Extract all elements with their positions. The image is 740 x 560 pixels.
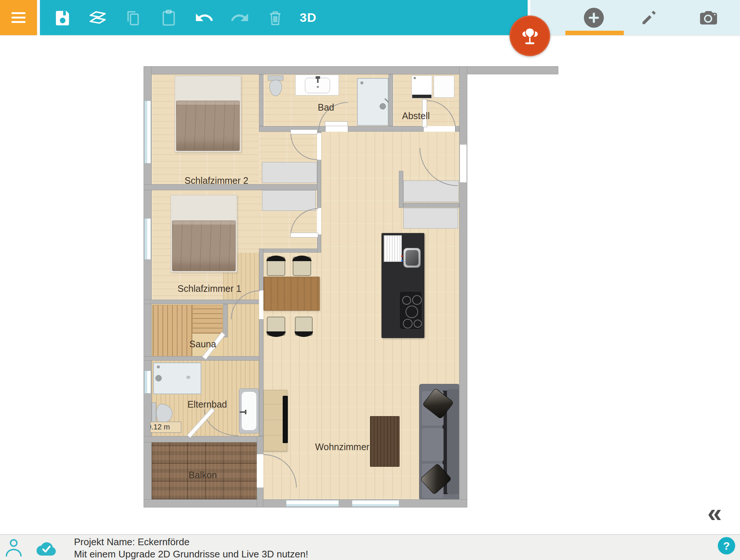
furniture-catalog-button[interactable] — [509, 16, 550, 56]
shower[interactable] — [357, 78, 388, 126]
collapse-panel-button[interactable]: « — [707, 500, 722, 526]
door-leaf[interactable] — [290, 233, 318, 237]
wall[interactable] — [259, 319, 263, 436]
dining-table[interactable] — [263, 277, 320, 311]
help-button[interactable]: ? — [718, 537, 735, 554]
burner — [402, 296, 411, 305]
copy-button[interactable] — [120, 4, 147, 31]
tv[interactable] — [283, 396, 288, 443]
door-leaf[interactable] — [325, 121, 348, 126]
toilet[interactable] — [152, 402, 156, 424]
view-toolbar — [531, 0, 740, 35]
dish-drainer — [384, 235, 402, 262]
door-opening — [317, 133, 321, 160]
trash-icon — [266, 8, 285, 27]
shower-knob — [360, 81, 363, 84]
bed-blanket — [172, 220, 236, 271]
sauna-bench[interactable] — [192, 305, 223, 334]
active-tab-indicator — [565, 31, 624, 35]
cooktop[interactable] — [399, 291, 422, 330]
burner — [403, 319, 413, 328]
window[interactable] — [286, 500, 339, 507]
door-opening — [460, 145, 467, 182]
dryer[interactable] — [434, 75, 454, 98]
room-label-schlafzimmer1: Schlafzimmer 1 — [178, 283, 241, 294]
shower-head — [380, 103, 386, 109]
chair-back — [292, 256, 312, 261]
tab-camera[interactable] — [677, 0, 740, 35]
hamburger-icon — [11, 17, 26, 18]
door-opening — [257, 454, 263, 488]
dining-chair[interactable] — [267, 317, 285, 336]
sofa-seat — [421, 428, 444, 462]
closet[interactable] — [403, 208, 458, 229]
paste-button[interactable] — [155, 4, 182, 31]
cold-water-dot — [401, 260, 403, 262]
dining-chair[interactable] — [267, 257, 285, 276]
window[interactable] — [144, 371, 151, 394]
shower-head — [155, 375, 162, 381]
wall[interactable] — [259, 74, 263, 126]
wall[interactable] — [403, 203, 459, 208]
hot-water-dot — [401, 255, 403, 257]
user-account-icon[interactable] — [4, 538, 23, 557]
cloud-sync-icon[interactable] — [36, 540, 57, 556]
wall[interactable] — [388, 74, 393, 126]
room-label-schlafzimmer2: Schlafzimmer 2 — [185, 175, 248, 186]
kitchen-sink-basin — [406, 250, 418, 266]
washer-control-panel — [412, 95, 431, 98]
hamburger-icon — [11, 12, 26, 14]
wall[interactable] — [144, 66, 558, 74]
wall[interactable] — [144, 436, 263, 442]
faucet — [316, 76, 320, 79]
wall[interactable] — [260, 249, 321, 253]
wall[interactable] — [348, 126, 424, 132]
wall[interactable] — [399, 171, 403, 208]
tab-add-item[interactable] — [566, 0, 622, 35]
tab-draw[interactable] — [622, 0, 677, 35]
layers-button[interactable] — [84, 4, 111, 31]
burner — [406, 306, 418, 318]
wall[interactable] — [317, 159, 321, 208]
dimension-label: 0.12 m — [150, 422, 181, 433]
upgrade-message[interactable]: Mit einem Upgrade 2D Grundrisse und Live… — [74, 548, 308, 560]
room-label-bad: Bad — [318, 102, 334, 113]
shower-drain — [186, 376, 190, 379]
room-label-balkon: Balkon — [189, 470, 217, 480]
bathtub-inner — [241, 391, 257, 431]
room-label-abstell: Abstell — [402, 111, 430, 121]
menu-button[interactable] — [0, 0, 37, 35]
wall[interactable] — [223, 304, 228, 337]
room-label-elternbad: Elternbad — [187, 399, 227, 410]
window[interactable] — [144, 218, 151, 260]
drain-dot — [317, 86, 319, 88]
camera-icon — [698, 7, 719, 28]
redo-icon — [230, 8, 250, 28]
burner — [414, 320, 422, 328]
mode-3d-button[interactable]: 3D — [300, 10, 316, 25]
copy-icon — [124, 8, 143, 27]
dining-chair[interactable] — [295, 317, 313, 336]
undo-button[interactable] — [191, 4, 218, 31]
add-circle-icon — [583, 7, 604, 28]
dining-chair[interactable] — [293, 257, 311, 276]
door-leaf[interactable] — [290, 129, 317, 134]
wall[interactable] — [459, 66, 467, 507]
redo-button[interactable] — [226, 4, 253, 31]
window[interactable] — [144, 101, 151, 163]
delete-button[interactable] — [262, 4, 289, 31]
save-icon — [53, 8, 72, 27]
closet[interactable] — [262, 190, 316, 211]
closet[interactable] — [262, 162, 317, 183]
burner — [412, 295, 422, 305]
paste-icon — [159, 8, 178, 27]
chair-back — [266, 256, 286, 261]
rug[interactable] — [370, 416, 400, 467]
faucet — [245, 410, 246, 414]
sauna-bench[interactable] — [152, 305, 192, 360]
save-button[interactable] — [49, 4, 75, 31]
wall[interactable] — [259, 249, 263, 290]
window[interactable] — [352, 500, 399, 507]
pencil-icon — [640, 8, 659, 27]
faucet — [317, 79, 319, 83]
